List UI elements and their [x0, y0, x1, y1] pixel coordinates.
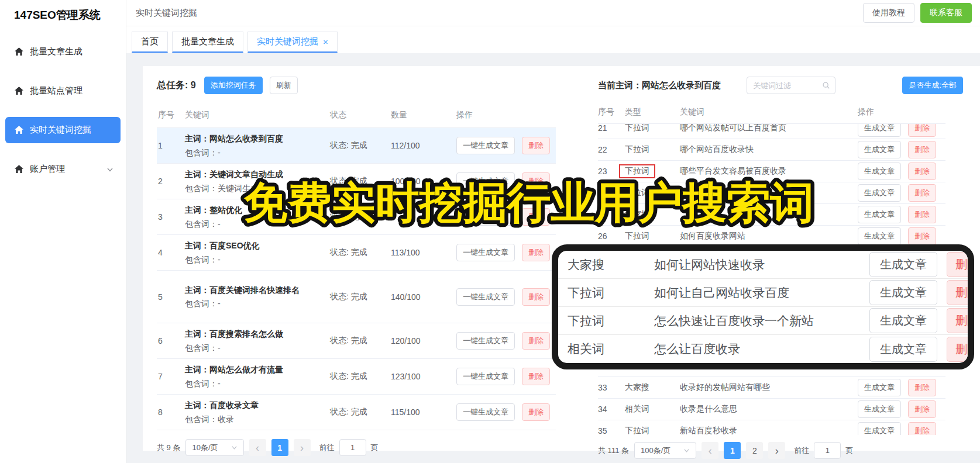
delete-task-button[interactable]: 删除: [522, 403, 550, 421]
keywords-pagination: 共 111 条 100条/页 ‹ 1 2 › 前往 页: [598, 442, 969, 459]
chevron-down-icon: [106, 166, 114, 173]
keyword-filter-input[interactable]: [753, 81, 822, 90]
tasks-table-header: 序号 关键词 状态 数量 操作: [157, 105, 556, 128]
goto-page-input[interactable]: [814, 442, 841, 459]
keyword-row[interactable]: 22 下拉词 哪个网站百度收录快 生成文章 删除: [598, 139, 945, 161]
delete-task-button[interactable]: 删除: [522, 208, 550, 226]
tab-batch-article[interactable]: 批量文章生成: [172, 32, 243, 53]
sidebar-item-batch-site[interactable]: 批量站点管理: [5, 78, 121, 104]
delete-keyword-button[interactable]: 删除: [908, 184, 936, 202]
delete-keyword-button[interactable]: 删除: [908, 163, 936, 180]
highlighted-type-box: 下拉词: [619, 164, 655, 178]
generate-article-button[interactable]: 一键生成文章: [456, 288, 515, 306]
delete-task-button[interactable]: 删除: [522, 172, 550, 190]
chevron-right-icon: ›: [775, 445, 779, 456]
task-row[interactable]: 8 主词：百度收录文章包含词：收录 状态: 完成 115/100 一键生成文章 …: [157, 395, 556, 430]
task-row[interactable]: 4 主词：百度SEO优化包含词：- 状态: 完成 113/100 一键生成文章 …: [157, 235, 556, 271]
task-row[interactable]: 3 主词：整站优化包含词：- 状态: 完成 一键生成文章 删除: [157, 199, 556, 235]
chevron-down-icon: [231, 444, 238, 451]
add-task-button[interactable]: 添加挖词任务: [204, 77, 263, 94]
chevron-down-icon: [683, 447, 690, 454]
main-area: 实时关键词挖掘 使用教程 联系客服 首页 批量文章生成 实时关键词挖掘 ×: [126, 0, 980, 463]
task-row[interactable]: 6 主词：百度搜索排名怎么做包含词：- 状态: 完成 120/100 一键生成文…: [157, 323, 556, 359]
chevron-left-icon: ‹: [709, 445, 712, 456]
help-button[interactable]: 使用教程: [863, 3, 914, 23]
tab-home[interactable]: 首页: [132, 32, 168, 53]
task-row[interactable]: 5 主词：百度关键词排名快速排名包含词：- 状态: 完成 140/100 一键生…: [157, 271, 556, 323]
tab-bar: 首页 批量文章生成 实时关键词挖掘 ×: [126, 26, 980, 53]
prev-page-button[interactable]: ‹: [702, 442, 718, 459]
page-size-select[interactable]: 100条/页: [634, 442, 696, 459]
next-page-button[interactable]: ›: [768, 442, 785, 459]
generate-article-button[interactable]: 一键生成文章: [456, 332, 515, 350]
generate-article-button[interactable]: 生成文章: [858, 141, 901, 158]
page-number-button[interactable]: 2: [746, 442, 763, 459]
delete-keyword-button[interactable]: 删除: [908, 422, 936, 435]
tasks-panel: 总任务: 9 添加挖词任务 刷新 序号 关键词 状态 数量 操作: [157, 77, 556, 451]
app-root: 147SEO管理系统 批量文章生成 批量站点管理 实时关键词挖掘 账户管理: [0, 0, 980, 463]
delete-keyword-button[interactable]: 删除: [908, 141, 936, 158]
delete-keyword-button[interactable]: 删除: [908, 227, 936, 245]
generate-article-button[interactable]: 生成文章: [858, 124, 901, 137]
search-icon: [822, 81, 830, 89]
delete-keyword-button: 删除: [947, 337, 974, 362]
prev-page-button[interactable]: ‹: [249, 439, 266, 456]
generate-article-button[interactable]: 生成文章: [858, 227, 901, 245]
keyword-row[interactable]: 25 大家搜 生成文章 删除: [598, 204, 945, 226]
keyword-row[interactable]: 21 下拉词 哪个网站发帖可以上百度首页 生成文章 删除: [598, 124, 945, 139]
page-number-button[interactable]: 1: [724, 442, 741, 459]
chevron-left-icon: ‹: [256, 443, 259, 453]
generate-article-button: 生成文章: [869, 308, 937, 333]
page-size-select[interactable]: 10条/页: [185, 439, 243, 456]
tasks-table: 序号 关键词 状态 数量 操作 1 主词：网站怎么收录到百度包含词：- 状态: …: [157, 105, 556, 430]
delete-task-button[interactable]: 删除: [522, 368, 550, 385]
generate-article-button[interactable]: 生成文章: [858, 184, 901, 202]
keyword-row[interactable]: 33 大家搜 收录好的发帖网站有哪些 生成文章 删除: [598, 377, 945, 399]
goto-page-input[interactable]: [339, 439, 366, 456]
next-page-button[interactable]: ›: [294, 439, 311, 456]
delete-keyword-button[interactable]: 删除: [908, 206, 936, 223]
keyword-row[interactable]: 23 下拉词 哪些平台发文容易被百度收录 生成文章 删除: [598, 161, 945, 182]
page-unit-label: 页: [845, 445, 853, 456]
task-row[interactable]: 2 主词：关键词文章自动生成包含词：关键词生成 状态: 完成 100/100 一…: [157, 164, 556, 199]
generate-article-button: 生成文章: [869, 337, 937, 362]
task-row[interactable]: 1 主词：网站怎么收录到百度包含词：- 状态: 完成 112/100 一键生成文…: [157, 128, 556, 164]
generate-filter-button[interactable]: 是否生成:全部: [902, 77, 963, 94]
sidebar-item-batch-article[interactable]: 批量文章生成: [5, 39, 121, 65]
generate-article-button[interactable]: 一键生成文章: [456, 137, 515, 154]
contact-support-button[interactable]: 联系客服: [920, 3, 972, 23]
generate-article-button[interactable]: 一键生成文章: [456, 208, 515, 226]
app-title: 147SEO管理系统: [0, 0, 126, 28]
generate-article-button[interactable]: 生成文章: [858, 400, 901, 418]
topbar: 实时关键词挖掘 使用教程 联系客服: [126, 0, 980, 26]
generate-article-button[interactable]: 一键生成文章: [456, 172, 515, 190]
generate-article-button[interactable]: 生成文章: [858, 422, 901, 435]
goto-label: 前往: [794, 445, 809, 456]
generate-article-button[interactable]: 一键生成文章: [456, 403, 515, 421]
delete-task-button[interactable]: 删除: [522, 288, 550, 306]
generate-article-button[interactable]: 生成文章: [858, 379, 901, 396]
task-row[interactable]: 7 主词：网站怎么做才有流量包含词：- 状态: 完成 123/100 一键生成文…: [157, 359, 556, 395]
keyword-row[interactable]: 34 相关词 收录是什么意思 生成文章 删除: [598, 399, 945, 420]
delete-keyword-button: 删除: [947, 280, 974, 305]
generate-article-button[interactable]: 一键生成文章: [456, 244, 515, 261]
current-keyword-label: 当前主词：网站怎么收录到百度: [598, 80, 721, 91]
delete-task-button[interactable]: 删除: [522, 332, 550, 350]
tab-realtime-keyword[interactable]: 实时关键词挖掘 ×: [247, 32, 338, 53]
keyword-row[interactable]: 35 下拉词 新站百度秒收录 生成文章 删除: [598, 420, 945, 435]
close-tab-icon[interactable]: ×: [323, 37, 328, 47]
sidebar-item-realtime-keyword[interactable]: 实时关键词挖掘: [5, 117, 121, 143]
refresh-button[interactable]: 刷新: [270, 77, 298, 94]
page-number-button[interactable]: 1: [271, 439, 288, 456]
generate-article-button[interactable]: 一键生成文章: [456, 368, 515, 385]
goto-label: 前往: [319, 443, 335, 453]
sidebar-item-account[interactable]: 账户管理: [5, 156, 121, 182]
keyword-row[interactable]: 24 下拉词 生成文章 删除: [598, 182, 945, 204]
generate-article-button[interactable]: 生成文章: [858, 206, 901, 223]
delete-task-button[interactable]: 删除: [522, 137, 550, 154]
generate-article-button[interactable]: 生成文章: [858, 163, 901, 180]
delete-keyword-button[interactable]: 删除: [908, 400, 936, 418]
delete-keyword-button[interactable]: 删除: [908, 379, 936, 396]
delete-keyword-button[interactable]: 删除: [908, 124, 936, 137]
delete-task-button[interactable]: 删除: [522, 244, 550, 261]
